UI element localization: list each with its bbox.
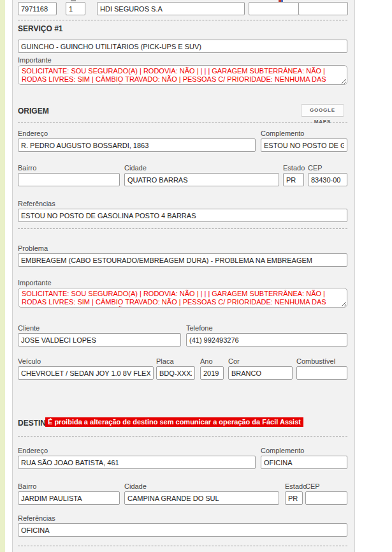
combustivel-label: Combustível (296, 357, 335, 365)
origem-complemento-label: Complemento (261, 130, 304, 137)
origem-estado-input[interactable] (283, 173, 304, 186)
ano-input[interactable] (200, 366, 224, 380)
destino-estado-label: Estado (285, 482, 307, 490)
importante-problema-textarea[interactable]: SOLICITANTE: SOU SEGURADO(A) | RODOVIA: … (18, 288, 347, 308)
origem-endereco-input[interactable] (18, 138, 256, 152)
destino-endereco-input[interactable] (18, 456, 256, 469)
telefone-input[interactable] (186, 333, 347, 347)
destino-cep-label: CEP (305, 482, 320, 490)
destino-endereco-label: Endereço (18, 447, 48, 454)
sequence-number-input[interactable] (66, 2, 85, 15)
origem-cep-input[interactable] (308, 173, 347, 186)
origem-endereco-label: Endereço (18, 130, 48, 137)
origem-cep-label: CEP (308, 164, 323, 172)
service-type-input[interactable] (18, 40, 347, 53)
origem-bairro-input[interactable] (18, 173, 120, 186)
google-maps-button[interactable]: GOOGLE MAPS (301, 104, 344, 117)
origem-bairro-label: Bairro (18, 164, 36, 172)
section-divider (18, 20, 347, 20)
veiculo-label: Veículo (18, 357, 41, 365)
origem-referencias-input[interactable] (18, 209, 347, 222)
cor-input[interactable] (228, 366, 293, 380)
protocol-number-input[interactable] (18, 2, 57, 15)
cliente-input[interactable] (18, 333, 181, 347)
destino-bairro-label: Bairro (18, 482, 36, 490)
section-divider (18, 228, 347, 229)
destino-warning-banner: É proibida a alteração de destino sem co… (45, 417, 303, 427)
combustivel-input[interactable] (296, 366, 347, 380)
origem-complemento-input[interactable] (261, 138, 347, 152)
origem-referencias-label: Referências (18, 200, 55, 207)
origem-heading: ORIGEM (18, 107, 49, 116)
destino-referencias-input[interactable] (18, 523, 347, 537)
origem-estado-label: Estado (283, 164, 305, 172)
importante-label: Importante (18, 279, 52, 287)
servico-heading: SERVIÇO #1 (18, 24, 62, 33)
destino-estado-input[interactable] (285, 491, 303, 505)
cut-off-label-fragment (71, 0, 76, 1)
origem-cidade-label: Cidade (124, 164, 147, 172)
insurer-name-input[interactable] (97, 2, 245, 15)
destino-referencias-label: Referências (18, 514, 55, 522)
destino-complemento-label: Complemento (261, 447, 304, 454)
destino-cidade-label: Cidade (124, 482, 147, 490)
section-divider (18, 546, 347, 546)
cliente-label: Cliente (18, 324, 40, 332)
top-empty-input-1[interactable] (249, 2, 299, 15)
page-left-margin-strip (0, 0, 5, 552)
section-divider (18, 436, 347, 436)
destino-cep-input[interactable] (305, 491, 347, 505)
importante-servico-textarea[interactable]: SOLICITANTE: SOU SEGURADO(A) | RODOVIA: … (18, 65, 347, 85)
destino-bairro-input[interactable] (18, 491, 120, 505)
importante-label: Importante (18, 56, 52, 64)
veiculo-input[interactable] (18, 366, 154, 380)
problema-label: Problema (18, 244, 48, 252)
placa-input[interactable] (156, 366, 195, 380)
destino-cidade-input[interactable] (124, 491, 279, 505)
cor-label: Cor (228, 357, 240, 365)
telefone-label: Telefone (186, 324, 213, 332)
origem-cidade-input[interactable] (124, 173, 279, 186)
destino-complemento-input[interactable] (261, 456, 347, 469)
section-divider (18, 123, 347, 123)
placa-label: Placa (156, 357, 174, 365)
ano-label: Ano (200, 357, 213, 365)
top-empty-input-2[interactable] (298, 2, 348, 15)
problema-input[interactable] (18, 253, 347, 267)
